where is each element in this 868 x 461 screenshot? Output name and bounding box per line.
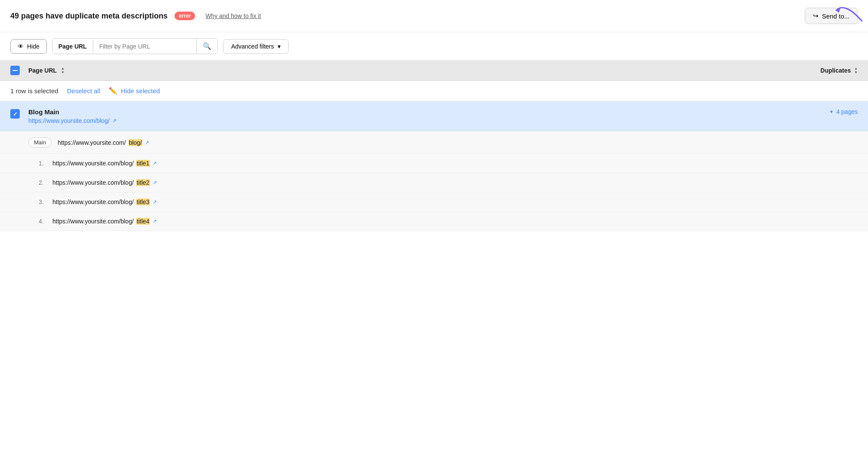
highlight-blog: blog/ [128, 139, 142, 146]
send-to-button[interactable]: ↪ Send to... [805, 8, 858, 24]
chevron-down-icon: ▾ [278, 43, 281, 50]
highlight-title4: title4 [136, 218, 150, 225]
fix-link[interactable]: Why and how to fix it [205, 12, 261, 19]
numbered-row-4: 4. https://www.yoursite.com/blog/title4 … [0, 212, 868, 231]
numbered-url-3: https://www.yoursite.com/blog/title3 ↗ [52, 198, 157, 205]
advanced-filters-button[interactable]: Advanced filters ▾ [223, 39, 289, 54]
col-page-url: Page URL ▲ ▼ [28, 67, 64, 74]
header-bar: 49 pages have duplicate meta description… [0, 0, 868, 32]
hide-selected-icon: ✏️ [109, 87, 117, 95]
table-header: Page URL ▲ ▼ Duplicates ▲ ▼ [0, 61, 868, 81]
highlight-title3: title3 [136, 198, 150, 205]
hide-button[interactable]: 👁 Hide [10, 39, 47, 54]
filter-input[interactable] [93, 40, 196, 53]
numbered-row-1: 1. https://www.yoursite.com/blog/title1 … [0, 154, 868, 173]
numbered-row-3: 3. https://www.yoursite.com/blog/title3 … [0, 192, 868, 212]
row-num-2: 2. [39, 179, 47, 186]
numbered-url-1: https://www.yoursite.com/blog/title1 ↗ [52, 160, 157, 167]
main-data-row: Blog Main https://www.yoursite.com/blog/… [0, 101, 868, 131]
duplicates-sort[interactable]: ▲ ▼ [854, 67, 858, 74]
duplicates-count: 4 pages [836, 108, 858, 115]
deselect-all-link[interactable]: Deselect all [67, 87, 101, 95]
selection-text: 1 row is selected [10, 87, 58, 95]
toolbar: 👁 Hide Page URL 🔍 Advanced filters ▾ [0, 32, 868, 61]
selection-bar: 1 row is selected Deselect all ✏️ Hide s… [0, 81, 868, 101]
highlight-title2: title2 [136, 179, 150, 186]
search-icon: 🔍 [203, 43, 211, 50]
external-link-icon: ↗ [112, 118, 116, 124]
external-link-icon-1[interactable]: ↗ [145, 140, 149, 146]
expand-icon: ▾ [830, 109, 833, 115]
filter-group: Page URL 🔍 [52, 38, 218, 54]
external-link-icon-n4[interactable]: ↗ [153, 218, 157, 224]
hide-selected-button[interactable]: ✏️ Hide selected [109, 87, 160, 95]
row-duplicates[interactable]: ▾ 4 pages [830, 108, 858, 115]
hide-label: Hide [27, 43, 40, 50]
error-badge: error [174, 12, 195, 20]
row-num-1: 1. [39, 160, 47, 167]
numbered-url-4: https://www.yoursite.com/blog/title4 ↗ [52, 218, 157, 225]
row-checkbox[interactable] [10, 109, 20, 119]
row-num-3: 3. [39, 198, 47, 205]
row-title: Blog Main [28, 108, 116, 116]
numbered-row-2: 2. https://www.yoursite.com/blog/title2 … [0, 173, 868, 192]
data-rows: Blog Main https://www.yoursite.com/blog/… [0, 101, 868, 231]
external-link-icon-n2[interactable]: ↗ [153, 180, 157, 186]
send-icon: ↪ [813, 12, 819, 20]
sort-arrows[interactable]: ▲ ▼ [61, 67, 64, 74]
numbered-url-2: https://www.yoursite.com/blog/title2 ↗ [52, 179, 157, 186]
col-duplicates: Duplicates ▲ ▼ [820, 67, 858, 74]
hide-selected-label: Hide selected [121, 87, 160, 95]
search-button[interactable]: 🔍 [196, 39, 217, 54]
sub-url-main: https://www.yoursite.com/blog/ ↗ [58, 139, 149, 146]
main-tag: Main [28, 137, 52, 147]
row-url[interactable]: https://www.yoursite.com/blog/ ↗ [28, 117, 116, 124]
advanced-filters-label: Advanced filters [231, 43, 274, 50]
page-title: 49 pages have duplicate meta description… [10, 12, 168, 21]
select-all-checkbox[interactable] [10, 66, 20, 75]
send-to-wrapper: ↪ Send to... [805, 8, 858, 24]
eye-icon: 👁 [18, 43, 24, 50]
external-link-icon-n3[interactable]: ↗ [153, 199, 157, 205]
sub-row-main: Main https://www.yoursite.com/blog/ ↗ [0, 131, 868, 154]
row-content: Blog Main https://www.yoursite.com/blog/… [28, 108, 116, 124]
filter-label: Page URL [52, 40, 93, 53]
send-to-label: Send to... [822, 12, 850, 20]
highlight-title1: title1 [136, 160, 150, 167]
row-num-4: 4. [39, 218, 47, 225]
external-link-icon-n1[interactable]: ↗ [153, 160, 157, 166]
